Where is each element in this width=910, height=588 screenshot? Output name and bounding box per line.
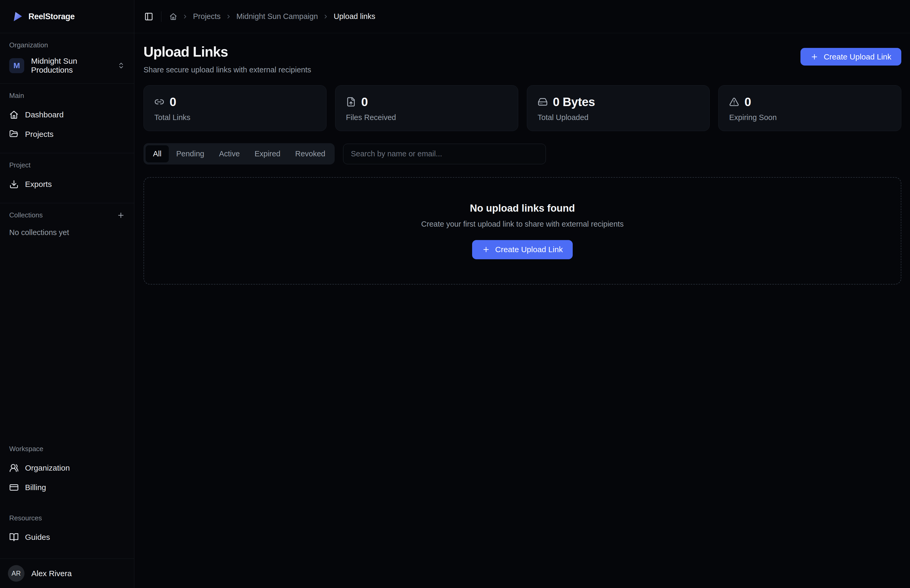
page-title: Upload Links <box>144 44 311 60</box>
main-nav-section: Main Dashboard Projects <box>0 84 134 153</box>
credit-card-icon <box>9 483 19 492</box>
breadcrumb-item-project-name[interactable]: Midnight Sun Campaign <box>236 12 318 21</box>
sidebar-item-projects[interactable]: Projects <box>9 124 125 144</box>
panel-left-icon <box>144 12 153 21</box>
stat-label: Total Links <box>154 113 316 122</box>
chevron-right-icon <box>182 13 188 20</box>
empty-state-title: No upload links found <box>470 203 575 214</box>
stat-value: 0 <box>170 95 176 109</box>
tab-pending[interactable]: Pending <box>169 145 212 162</box>
sidebar-item-label: Guides <box>25 533 50 542</box>
add-collection-button[interactable] <box>117 212 125 219</box>
collections-empty-text: No collections yet <box>9 228 125 237</box>
main-section-label: Main <box>9 92 125 100</box>
home-icon[interactable] <box>169 13 177 21</box>
sidebar-item-exports[interactable]: Exports <box>9 174 125 194</box>
stat-label: Total Uploaded <box>538 113 699 122</box>
collections-label: Collections <box>9 211 43 219</box>
topbar: Projects Midnight Sun Campaign Upload li… <box>134 0 910 33</box>
breadcrumb: Projects Midnight Sun Campaign Upload li… <box>169 12 375 21</box>
tab-expired[interactable]: Expired <box>247 145 288 162</box>
chevron-right-icon <box>323 13 329 20</box>
stat-label: Files Received <box>346 113 508 122</box>
tab-revoked[interactable]: Revoked <box>288 145 333 162</box>
sidebar-item-label: Billing <box>25 483 46 492</box>
stat-label: Expiring Soon <box>729 113 891 122</box>
alert-triangle-icon <box>729 97 739 107</box>
status-filter-tabs: All Pending Active Expired Revoked <box>144 143 335 165</box>
brand-name: ReelStorage <box>28 12 74 21</box>
tab-active[interactable]: Active <box>212 145 247 162</box>
tab-all[interactable]: All <box>145 145 169 162</box>
workspace-section-label: Workspace <box>9 445 125 453</box>
hard-drive-icon <box>538 97 548 107</box>
users-icon <box>9 463 19 473</box>
book-open-icon <box>9 533 19 542</box>
chevron-right-icon <box>225 13 232 20</box>
empty-state-description: Create your first upload link to share w… <box>421 220 624 228</box>
sidebar-item-label: Exports <box>25 180 52 189</box>
organization-section: Organization M Midnight Sun Productions <box>0 33 134 84</box>
collections-section: Collections No collections yet <box>0 203 134 437</box>
sidebar-item-label: Dashboard <box>25 110 64 119</box>
breadcrumb-item-current: Upload links <box>334 12 375 21</box>
org-name: Midnight Sun Productions <box>31 57 111 74</box>
search-input[interactable] <box>343 144 546 164</box>
user-menu[interactable]: AR Alex Rivera <box>0 559 134 588</box>
topbar-divider <box>161 11 162 22</box>
sidebar-item-guides[interactable]: Guides <box>9 527 125 547</box>
project-section-label: Project <box>9 161 125 169</box>
create-upload-link-button[interactable]: Create Upload Link <box>800 48 901 66</box>
brand-logo[interactable]: ReelStorage <box>0 0 134 33</box>
filter-row: All Pending Active Expired Revoked <box>144 143 901 165</box>
sidebar-item-label: Projects <box>25 130 53 139</box>
sidebar-item-billing[interactable]: Billing <box>9 478 125 497</box>
sidebar-item-organization[interactable]: Organization <box>9 458 125 478</box>
resources-section-label: Resources <box>9 514 125 522</box>
page-content: Upload Links Share secure upload links w… <box>134 33 910 588</box>
stat-value: 0 <box>744 95 751 109</box>
organization-section-label: Organization <box>9 41 125 49</box>
org-switcher[interactable]: M Midnight Sun Productions <box>9 57 125 74</box>
create-upload-link-label: Create Upload Link <box>824 52 891 61</box>
download-icon <box>9 179 19 189</box>
plus-icon <box>810 53 818 61</box>
play-triangle-icon <box>11 11 23 23</box>
chevrons-up-down-icon <box>118 62 125 69</box>
link-icon <box>154 97 164 107</box>
resources-nav-section: Resources Guides <box>0 506 134 559</box>
stat-value: 0 <box>361 95 368 109</box>
page-header: Upload Links Share secure upload links w… <box>144 44 901 74</box>
workspace-nav-section: Workspace Organization Billing <box>0 437 134 506</box>
folder-open-icon <box>9 129 19 139</box>
stat-card-total-links: 0 Total Links <box>144 85 327 131</box>
file-up-icon <box>346 97 356 107</box>
sidebar-item-label: Organization <box>25 464 70 472</box>
sidebar: ReelStorage Organization M Midnight Sun … <box>0 0 134 588</box>
project-nav-section: Project Exports <box>0 153 134 203</box>
plus-icon <box>482 246 490 254</box>
stat-card-total-uploaded: 0 Bytes Total Uploaded <box>527 85 710 131</box>
create-upload-link-label: Create Upload Link <box>495 245 563 254</box>
stat-card-files-received: 0 Files Received <box>335 85 518 131</box>
stat-card-expiring-soon: 0 Expiring Soon <box>718 85 901 131</box>
sidebar-toggle-button[interactable] <box>144 12 153 21</box>
stats-row: 0 Total Links 0 Files Received <box>144 85 901 131</box>
avatar: AR <box>8 565 24 582</box>
home-icon <box>9 110 19 120</box>
breadcrumb-item-projects[interactable]: Projects <box>193 12 221 21</box>
user-name: Alex Rivera <box>31 569 72 578</box>
stat-value: 0 Bytes <box>553 95 595 109</box>
sidebar-item-dashboard[interactable]: Dashboard <box>9 105 125 124</box>
main-area: Projects Midnight Sun Campaign Upload li… <box>134 0 910 588</box>
page-subtitle: Share secure upload links with external … <box>144 66 311 74</box>
plus-icon <box>117 212 125 219</box>
create-upload-link-button-empty-state[interactable]: Create Upload Link <box>472 240 573 259</box>
app-root: ReelStorage Organization M Midnight Sun … <box>0 0 910 588</box>
empty-state-panel: No upload links found Create your first … <box>144 177 901 284</box>
org-avatar: M <box>9 58 24 73</box>
